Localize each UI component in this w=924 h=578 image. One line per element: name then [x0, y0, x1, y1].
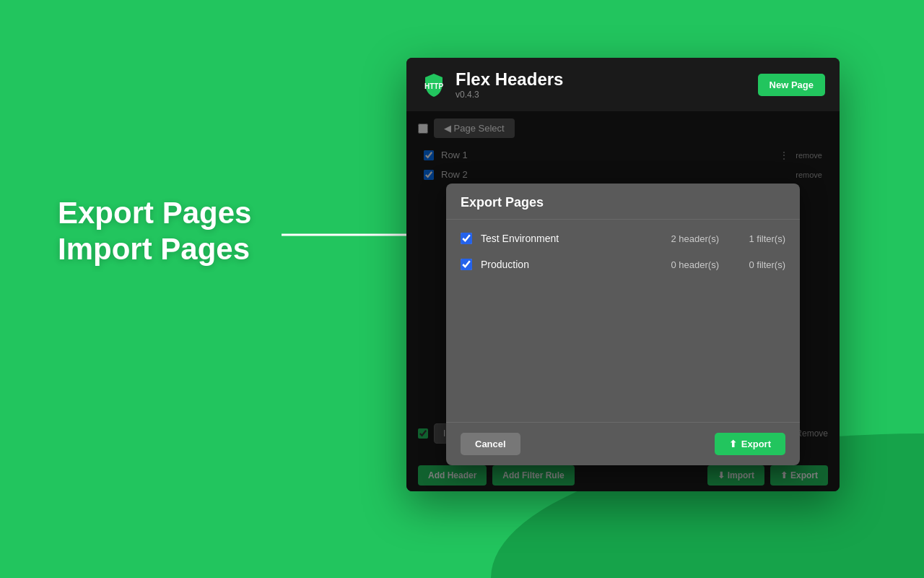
modal-row-checkbox-2[interactable] [461, 259, 472, 270]
modal-row-1: Test Environment 2 header(s) 1 filter(s) [446, 225, 800, 251]
app-title: Flex Headers [456, 69, 563, 90]
modal-export-label: Export [741, 439, 771, 449]
modal-header: Export Pages [446, 184, 800, 220]
modal-row-name-2: Production [481, 259, 638, 270]
app-header: HTTP Flex Headers v0.4.3 New Page [406, 58, 840, 111]
app-window: HTTP Flex Headers v0.4.3 New Page ◀ Page… [406, 58, 840, 491]
modal-row-headers-1: 2 header(s) [647, 233, 719, 244]
modal-footer: Cancel ⬆ Export [446, 422, 800, 465]
arrow-line [282, 234, 411, 236]
modal-title: Export Pages [461, 195, 785, 210]
export-pages-modal: Export Pages Test Environment 2 header(s… [446, 184, 800, 465]
app-title-block: Flex Headers v0.4.3 [456, 69, 563, 100]
modal-row-filters-1: 1 filter(s) [728, 233, 785, 244]
left-text-line2: Import Pages [58, 232, 250, 266]
modal-body: Test Environment 2 header(s) 1 filter(s)… [446, 220, 800, 422]
shield-icon: HTTP [421, 72, 447, 98]
modal-export-button[interactable]: ⬆ Export [715, 433, 785, 455]
new-page-button[interactable]: New Page [758, 74, 825, 96]
left-text-line1: Export Pages [58, 196, 251, 230]
app-logo: HTTP Flex Headers v0.4.3 [421, 69, 563, 100]
left-text-block: Export Pages Import Pages [58, 195, 251, 268]
modal-row-filters-2: 0 filter(s) [728, 259, 785, 270]
app-body: ◀ Page Select Row 1 ⋮ remove Row 2 remov… [406, 111, 840, 491]
modal-export-icon: ⬆ [729, 439, 737, 449]
modal-overlay: Export Pages Test Environment 2 header(s… [406, 111, 840, 491]
modal-row-2: Production 0 header(s) 0 filter(s) [446, 251, 800, 277]
modal-row-name-1: Test Environment [481, 233, 638, 244]
modal-row-headers-2: 0 header(s) [647, 259, 719, 270]
modal-row-checkbox-1[interactable] [461, 233, 472, 244]
svg-text:HTTP: HTTP [424, 82, 443, 90]
modal-cancel-button[interactable]: Cancel [461, 433, 520, 455]
app-version: v0.4.3 [456, 90, 563, 100]
